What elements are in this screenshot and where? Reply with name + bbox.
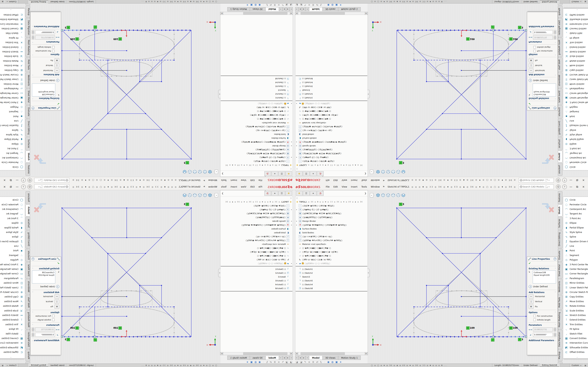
tree-row-sketch2[interactable]: └(-) Sketch2 <box>295 271 368 275</box>
tree-row-surface-bodies[interactable]: ◨Surface Bodies <box>220 227 293 231</box>
minimize-button[interactable]: — <box>569 185 573 189</box>
tab-evaluate[interactable]: Evaluate <box>26 105 30 118</box>
panel-expand-arrow[interactable]: ❯ <box>364 192 367 194</box>
flyout-point[interactable]: ▪Point <box>563 114 588 118</box>
close-button[interactable]: × <box>581 185 586 189</box>
btool-sketch[interactable]: ✎ <box>304 360 306 363</box>
flyout-trim-entities[interactable]: ✕Trim Entities <box>563 322 588 327</box>
expand-arrow-icon[interactable]: ▸ <box>290 262 292 264</box>
nav-prev[interactable]: ◀ <box>299 356 302 360</box>
flyout-spline[interactable]: ∿Spline <box>0 128 25 132</box>
flyout-corner-rectangle[interactable]: ▭Corner Rectangle <box>0 271 25 276</box>
tree-row-origin[interactable]: ∟○ИΝ◦ɕɔ◦♟◎○◦○◎♟◦ɔɕ◦ΝИ○ <box>295 106 368 109</box>
flyout-extend-entities[interactable]: ⊺Extend Entities <box>0 45 25 49</box>
tree-filter[interactable]: ▽ <box>220 167 293 171</box>
check-infinite-length[interactable]: Infinite length <box>527 45 558 49</box>
pin-icon[interactable]: ⚑ <box>383 179 385 182</box>
tree-row-sketch3[interactable]: └Sketch3 <box>220 275 293 279</box>
flyout-circular-sketch-pattern[interactable]: ⊛Circular Sketch Pattern <box>563 73 588 77</box>
tree-row-gauge[interactable]: ◒○ƽƨ◉ƽƧИƷƐƽ○◦○ƽƐƷИƧƽ◉ƨƽ○ <box>295 148 368 152</box>
collinear-relation-badge[interactable]: ╱ <box>94 25 97 29</box>
tab-model[interactable]: Model <box>309 356 322 360</box>
menu-view[interactable]: View <box>340 179 349 182</box>
tree-row-gauge[interactable]: ◒○ƽƨ◉ƽƧИƷƐƽ○◦○ƽƐƷИƧƽ◉ƨƽ○ <box>295 215 368 219</box>
quick-access-toolbar[interactable]: ◎ ◎ ◎ ✚ ◎ ƆƆ ◎ ƷЄ ◎ ♦ ◎ ƸƷ ◎ ♟ ◎ ƷЄ ◎ ♦ … <box>71 179 176 181</box>
nav-next[interactable]: ▶ <box>283 7 286 11</box>
btool-surface-1[interactable]: ◪ <box>290 4 292 7</box>
tree-row-history[interactable]: ▸◔○Λ◉✚ƨƽ◦Ƹ○◦○Ƹ◦ƽƨ✚◉Λ○ <box>295 208 368 211</box>
section-parameters[interactable]: Parameters ⌃ <box>527 40 558 44</box>
confirmation-corner[interactable] <box>33 153 48 169</box>
tree-row-favorites[interactable]: ☆○ƧƽƐ✚◦◉ΛΛΦ○◦○ΦΛΛ◉◦✚ƐƽƧ○ <box>295 204 368 208</box>
tree-row-material[interactable]: ≔Material <not specified> <box>295 121 368 125</box>
document-preview-icon[interactable]: ▸ <box>370 170 373 174</box>
chevron-up-icon[interactable]: ⌃ <box>554 312 556 313</box>
tree-row-top-plane[interactable]: ▱○✚Ƹƽɔ◦♟○∗◉▮○◦○▮◉∗○♟◦ɔƽƸ✚○ <box>295 250 368 254</box>
tab-configuration-manager[interactable]: ⌖ <box>271 171 278 176</box>
panel-expand-arrow[interactable]: ❯ <box>221 173 224 175</box>
menu-window[interactable]: Window <box>206 179 219 182</box>
status-units-dropdown[interactable]: Custom ▴ <box>570 364 583 367</box>
tree-row-annotations[interactable]: ▸A○ƽƧИΛ◉◦✚Λ✚◉ИΛΛ○◦○ΛΛИ◉✚Λ✚◦◉ΛИƧƽ○ <box>295 223 368 227</box>
relation-badge-corner[interactable]: ✎3 <box>518 338 523 341</box>
relation-badge-corner[interactable]: ✎3 <box>399 203 404 206</box>
tree-row-right-plane[interactable]: ▱○◦◉✚○∗◉▮○◦○▮◉∗○✚◉◦○ <box>220 254 293 258</box>
flyout-corner-rectangle[interactable]: ▭Corner Rectangle <box>563 271 588 276</box>
angle-input[interactable]: 0.00000000° <box>35 333 55 337</box>
flyout-centerpoint-arc[interactable]: ◠Centerpoint Arc <box>563 207 588 211</box>
restore-button[interactable]: ⧉ <box>575 178 579 183</box>
scroll-right-arrow[interactable]: ▶ <box>365 12 368 15</box>
flyout-move-entities[interactable]: ↗Move Entities <box>563 299 588 304</box>
user-account-icon[interactable]: ☺ <box>556 184 561 189</box>
ok-check-icon[interactable]: ✔ <box>30 102 61 106</box>
btool-sketch[interactable]: ✎ <box>282 360 284 363</box>
flyout-rotate-entities[interactable]: ↻Rotate Entities <box>563 59 588 63</box>
tab-motion-study-1[interactable]: Motion Study 1 <box>227 356 250 360</box>
flyout-silhouette-entities[interactable]: ◩Silhouette Entities <box>0 345 25 350</box>
flyout-partial-ellipse[interactable]: ◖Partial Ellipse <box>0 225 25 230</box>
btool-separator[interactable]: ⋮ <box>324 4 325 6</box>
add-relation-horizontal[interactable]: —Horizontal <box>527 294 558 299</box>
btool-surface-1[interactable]: ◪ <box>296 360 298 363</box>
pin-icon[interactable]: ⚑ <box>203 179 205 182</box>
quick-access-toolbar[interactable]: ◎ ◎ ◎ ✚ ◎ ƆƆ ◎ ƷЄ ◎ ♦ ◎ ƸƷ ◎ ♟ ◎ ƷЄ ◎ ♦ … <box>71 186 176 188</box>
relation-badge-corner[interactable]: ✎3 <box>184 161 189 164</box>
view-cube-wireframe-icon[interactable] <box>198 193 202 197</box>
ok-check-icon[interactable]: ✔ <box>30 261 61 265</box>
tree-row-solid-bodies[interactable]: ◧Solid Bodies <box>295 133 368 136</box>
tree-row-locked-folder[interactable]: ▸▰○ƽƧƐИΛ∩◦○◦○◦∩ΛИƐƧƽ○ <box>295 102 368 106</box>
tab-markup[interactable]: Markup <box>26 350 30 361</box>
btool-hatch[interactable]: ≣ <box>274 360 276 363</box>
flyout-rotate-entities[interactable]: ↻Rotate Entities <box>0 304 25 308</box>
length-spinner[interactable]: ▲▼ <box>554 35 556 40</box>
flyout-line[interactable]: ╱Line <box>563 244 588 248</box>
menu-tools[interactable]: Tools <box>219 179 229 182</box>
flyout-centerpoint-arc[interactable]: ◠Centerpoint Arc <box>563 156 588 160</box>
section-add-relations[interactable]: Add Relations ⌃ <box>30 73 61 76</box>
flyout-segment[interactable]: ∴Segment <box>563 253 588 258</box>
btool-separator[interactable]: ⋮ <box>263 361 264 363</box>
search-icon[interactable] <box>545 179 547 181</box>
tree-filter[interactable]: ▽ <box>220 196 293 200</box>
nav-next[interactable]: ▶ <box>283 356 286 360</box>
tab-markup[interactable]: Markup <box>26 6 30 18</box>
tab-features[interactable]: Features <box>558 191 562 204</box>
tree-row-sketch4[interactable]: └(-) Sketch4 <box>220 81 293 84</box>
expand-arrow-icon[interactable]: ▸ <box>296 141 298 143</box>
menu-file[interactable]: File <box>257 185 264 188</box>
rollback-bar[interactable] <box>221 291 293 292</box>
chevron-up-icon[interactable]: ⌃ <box>32 54 34 55</box>
flyout-trim-entities[interactable]: ✕Trim Entities <box>0 322 25 327</box>
help-icon[interactable]: ? <box>21 178 26 183</box>
btool-hatch[interactable]: ≣ <box>274 4 276 7</box>
tab-sketch[interactable]: Sketch <box>26 151 30 163</box>
menu-insert[interactable]: Insert <box>349 185 359 188</box>
tree-horizontal-scrollbar[interactable]: ◀ ▶ <box>295 352 368 355</box>
search-dropdown-caret[interactable]: ▾ <box>38 179 40 181</box>
flyout-stretch-entities[interactable]: ↔Stretch Entities <box>563 50 588 54</box>
tab-property-manager[interactable]: ☰ <box>303 191 310 196</box>
exit-sketch-icon[interactable] <box>542 203 550 209</box>
flyout-copy-entities[interactable]: ⊞Copy Entities <box>0 68 25 72</box>
scroll-left-arrow[interactable]: ◀ <box>290 12 293 15</box>
angle-input[interactable]: 0.00000000° <box>35 30 55 34</box>
